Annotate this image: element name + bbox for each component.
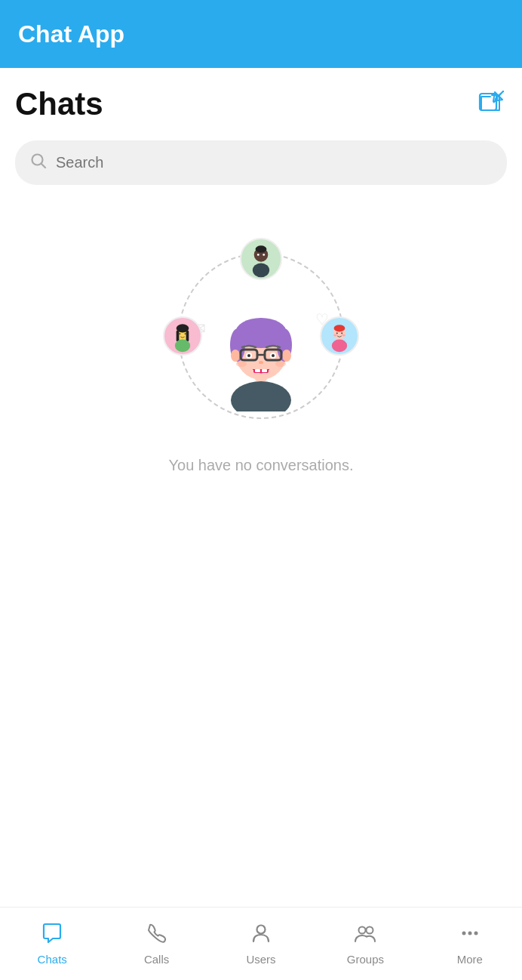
svg-point-28 [231,381,291,411]
nav-item-more[interactable]: More [418,908,522,980]
nav-item-groups[interactable]: Groups [313,908,417,980]
svg-point-9 [253,263,269,278]
nav-item-calls[interactable]: Calls [104,908,208,980]
svg-point-35 [282,350,291,362]
svg-point-48 [275,361,286,367]
svg-point-43 [259,361,263,364]
svg-point-50 [359,927,366,934]
svg-point-19 [185,333,186,334]
page-title-row: Chats [15,86,507,122]
empty-illustration: ✉ ♡ [155,230,367,442]
svg-rect-16 [186,331,189,342]
calls-icon [146,922,168,948]
nav-label-calls: Calls [144,953,169,966]
empty-state-text: You have no conversations. [169,457,354,474]
svg-point-54 [474,932,477,935]
search-bar[interactable] [15,140,507,185]
chat-icon [41,922,63,948]
svg-point-25 [341,332,342,334]
groups-icon [354,922,376,948]
svg-point-17 [175,340,190,353]
svg-point-10 [257,254,259,256]
avatar-left [163,316,202,356]
nav-label-chats: Chats [38,953,67,966]
users-icon [250,922,272,948]
avatar-right [320,316,359,356]
main-avatar [212,291,310,404]
svg-rect-46 [262,369,267,372]
svg-point-22 [334,325,345,331]
svg-point-34 [231,350,240,362]
bottom-nav: Chats Calls Users [0,907,522,980]
svg-line-5 [41,164,46,168]
empty-state: ✉ ♡ [15,215,507,474]
nav-label-users: Users [246,953,275,966]
nav-label-groups: Groups [347,953,384,966]
svg-rect-15 [177,331,180,342]
svg-point-26 [333,334,337,337]
svg-point-27 [342,334,345,337]
compose-icon [477,91,504,118]
more-icon [459,922,481,948]
search-input[interactable] [56,154,492,171]
nav-item-chats[interactable]: Chats [0,908,104,980]
main-content: Chats ✉ [0,68,522,474]
nav-item-users[interactable]: Users [209,908,313,980]
svg-point-42 [272,354,275,357]
svg-point-51 [367,927,373,934]
svg-point-49 [257,926,266,934]
app-title: Chat App [18,20,124,48]
svg-point-41 [247,354,250,357]
svg-point-47 [236,361,247,367]
avatar-top [240,238,282,280]
svg-point-8 [256,245,267,252]
nav-label-more: More [457,953,483,966]
compose-button[interactable] [474,88,507,121]
svg-point-24 [336,332,338,334]
svg-point-52 [462,932,465,935]
search-icon [30,153,47,173]
app-header: Chat App [0,0,522,68]
svg-point-53 [468,932,471,935]
svg-point-23 [332,340,347,353]
page-title: Chats [15,86,103,122]
svg-point-11 [263,254,265,256]
svg-point-18 [179,333,180,334]
svg-rect-45 [255,369,260,372]
